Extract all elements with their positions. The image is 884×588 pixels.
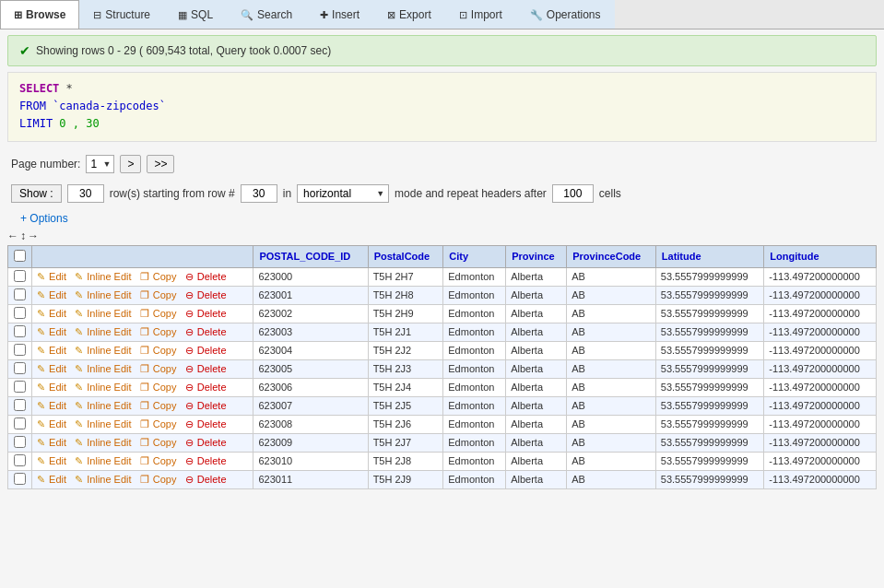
copy-link-7[interactable]: Copy: [153, 400, 177, 411]
sort-city[interactable]: City: [449, 251, 468, 262]
inline-edit-link-10[interactable]: Inline Edit: [87, 455, 131, 466]
copy-link-6[interactable]: Copy: [153, 382, 177, 393]
copy-link-1[interactable]: Copy: [153, 289, 177, 300]
row-checkbox-9[interactable]: [14, 436, 26, 448]
direction-select[interactable]: horizontal vertical: [297, 184, 389, 203]
cell-id-0: 623000: [253, 267, 368, 286]
options-link[interactable]: + Options: [9, 210, 79, 227]
select-all-checkbox[interactable]: [14, 250, 26, 262]
copy-link-8[interactable]: Copy: [153, 418, 177, 429]
inline-edit-link-5[interactable]: Inline Edit: [87, 363, 131, 374]
delete-link-6[interactable]: Delete: [197, 382, 227, 393]
copy-link-11[interactable]: Copy: [153, 474, 177, 485]
inline-edit-link-3[interactable]: Inline Edit: [87, 326, 131, 337]
show-rows-input[interactable]: [67, 184, 104, 203]
inline-edit-link-1[interactable]: Inline Edit: [87, 289, 131, 300]
edit-link-10[interactable]: Edit: [49, 455, 66, 466]
edit-link-9[interactable]: Edit: [49, 437, 66, 448]
row-checkbox-6[interactable]: [14, 381, 26, 393]
copy-link-4[interactable]: Copy: [153, 345, 177, 356]
tab-export[interactable]: ⊠Export: [373, 0, 445, 29]
inline-edit-link-2[interactable]: Inline Edit: [87, 308, 131, 319]
delete-link-8[interactable]: Delete: [197, 418, 227, 429]
tab-search[interactable]: 🔍Search: [227, 0, 306, 29]
copy-link-3[interactable]: Copy: [153, 326, 177, 337]
sort-right-arrow[interactable]: →: [28, 229, 39, 242]
inline-edit-link-6[interactable]: Inline Edit: [87, 382, 131, 393]
copy-link-5[interactable]: Copy: [153, 363, 177, 374]
copy-link-10[interactable]: Copy: [153, 455, 177, 466]
start-row-input[interactable]: [241, 184, 277, 203]
cell-city-4: Edmonton: [443, 341, 506, 359]
cell-lat-5: 53.5557999999999: [655, 359, 764, 378]
edit-link-3[interactable]: Edit: [49, 326, 66, 337]
edit-link-4[interactable]: Edit: [49, 345, 66, 356]
delete-link-9[interactable]: Delete: [197, 437, 227, 448]
edit-link-2[interactable]: Edit: [49, 308, 66, 319]
delete-link-11[interactable]: Delete: [197, 474, 227, 485]
delete-link-4[interactable]: Delete: [197, 345, 227, 356]
copy-link-0[interactable]: Copy: [153, 271, 177, 282]
tab-browse[interactable]: ⊞Browse: [0, 0, 79, 29]
sort-longitude[interactable]: Longitude: [770, 251, 819, 262]
inline-edit-link-9[interactable]: Inline Edit: [87, 437, 131, 448]
delete-link-1[interactable]: Delete: [197, 289, 227, 300]
cell-postal-10: T5H 2J8: [368, 452, 443, 470]
delete-link-7[interactable]: Delete: [197, 400, 227, 411]
row-checkbox-cell: [8, 304, 32, 323]
edit-link-8[interactable]: Edit: [49, 418, 66, 429]
copy-link-9[interactable]: Copy: [153, 437, 177, 448]
sort-postal-code-id[interactable]: POSTAL_CODE_ID: [259, 251, 350, 262]
page-select[interactable]: 1: [86, 155, 114, 173]
tab-import[interactable]: ⊡Import: [445, 0, 516, 29]
delete-link-3[interactable]: Delete: [197, 326, 227, 337]
copy-link-2[interactable]: Copy: [153, 308, 177, 319]
delete-link-2[interactable]: Delete: [197, 308, 227, 319]
row-checkbox-10[interactable]: [14, 454, 26, 466]
edit-link-5[interactable]: Edit: [49, 363, 66, 374]
row-checkbox-8[interactable]: [14, 417, 26, 429]
sort-latitude[interactable]: Latitude: [662, 251, 701, 262]
inline-edit-link-11[interactable]: Inline Edit: [87, 474, 131, 485]
tab-sql[interactable]: ▦SQL: [164, 0, 227, 29]
tab-operations[interactable]: 🔧Operations: [516, 0, 615, 29]
row-checkbox-3[interactable]: [14, 325, 26, 337]
table-row: ✎ Edit ✎ Inline Edit ❐ Copy ⊖ Delete 623…: [8, 415, 877, 433]
tab-insert[interactable]: ✚Insert: [306, 0, 373, 29]
edit-link-0[interactable]: Edit: [49, 271, 66, 282]
copy-icon-2: ❐: [140, 308, 149, 319]
edit-link-11[interactable]: Edit: [49, 474, 66, 485]
row-checkbox-4[interactable]: [14, 344, 26, 356]
sort-province[interactable]: Province: [512, 251, 554, 262]
row-actions-0: ✎ Edit ✎ Inline Edit ❐ Copy ⊖ Delete: [32, 267, 253, 286]
row-checkbox-0[interactable]: [14, 270, 26, 282]
sort-postalcode[interactable]: PostalCode: [374, 251, 430, 262]
delete-link-0[interactable]: Delete: [197, 271, 227, 282]
status-bar: ✔ Showing rows 0 - 29 ( 609,543 total, Q…: [7, 35, 877, 66]
row-checkbox-1[interactable]: [14, 288, 26, 300]
show-button[interactable]: Show :: [11, 184, 62, 203]
cell-lon-2: -113.497200000000: [764, 304, 877, 323]
delete-link-5[interactable]: Delete: [197, 363, 227, 374]
sort-mid-arrow[interactable]: ↕: [20, 229, 26, 242]
inline-edit-link-7[interactable]: Inline Edit: [87, 400, 131, 411]
row-checkbox-2[interactable]: [14, 307, 26, 319]
last-page-button[interactable]: >>: [147, 155, 174, 173]
inline-edit-link-8[interactable]: Inline Edit: [87, 418, 131, 429]
sort-provincecode[interactable]: ProvinceCode: [572, 251, 641, 262]
sort-left-arrow[interactable]: ←: [7, 229, 18, 242]
headers-input[interactable]: [552, 184, 594, 203]
row-checkbox-5[interactable]: [14, 362, 26, 374]
delete-link-10[interactable]: Delete: [197, 455, 227, 466]
row-checkbox-7[interactable]: [14, 399, 26, 411]
next-page-button[interactable]: >: [120, 155, 141, 173]
edit-link-7[interactable]: Edit: [49, 400, 66, 411]
inline-edit-link-0[interactable]: Inline Edit: [87, 271, 131, 282]
inline-edit-link-4[interactable]: Inline Edit: [87, 345, 131, 356]
tab-structure[interactable]: ⊟Structure: [79, 0, 164, 29]
sql-table-name: `canada-zipcodes`: [46, 100, 166, 112]
row-checkbox-11[interactable]: [14, 473, 26, 485]
inline-pencil-icon-9: ✎: [75, 437, 83, 448]
edit-link-6[interactable]: Edit: [49, 382, 66, 393]
edit-link-1[interactable]: Edit: [49, 289, 66, 300]
